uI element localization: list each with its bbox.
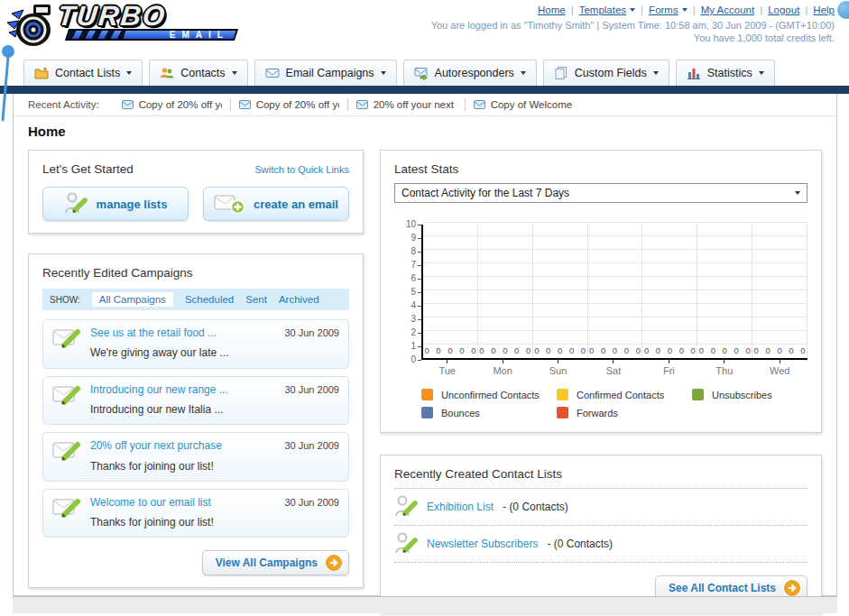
chart-x-axis: TueMonSunSatFriThuWed	[420, 360, 807, 376]
create-email-button[interactable]: create an email	[203, 187, 349, 221]
campaign-row[interactable]: Welcome to our email list Thanks for joi…	[42, 489, 349, 538]
value-labels: 0 0 0 0 0	[478, 345, 532, 355]
filter-sent[interactable]: Sent	[245, 294, 267, 305]
chart-day-group: 0 0 0 0 0	[423, 225, 478, 358]
value-labels: 0 0 0 0 0	[588, 345, 642, 355]
campaign-title-link[interactable]: Welcome to our email list	[90, 495, 214, 510]
x-tick-label: Mon	[475, 360, 530, 376]
envelope-icon	[239, 100, 251, 109]
link-separator: |	[760, 5, 762, 15]
nav-link-forms[interactable]: Forms	[649, 5, 688, 15]
gridline	[423, 249, 807, 250]
gridline	[423, 330, 807, 331]
chart-legend: Unconfirmed ContactsConfirmed ContactsUn…	[421, 389, 807, 418]
legend-item: Forwards	[557, 407, 692, 418]
recent-activity-item[interactable]: 20% off your next p	[356, 99, 457, 110]
turbo-swirl-icon	[5, 3, 56, 50]
x-tick-label: Thu	[697, 360, 752, 376]
tab-contacts[interactable]: Contacts	[149, 60, 247, 86]
value-labels: 0 0 0 0 0	[533, 345, 587, 355]
switch-quick-links-link[interactable]: Switch to Quick Links	[254, 164, 349, 175]
logo-email-bar: EMAIL	[65, 29, 238, 41]
legend-item: Bounces	[421, 407, 557, 418]
campaign-filter-bar: SHOW: All Campaigns Scheduled Sent Archi…	[42, 289, 349, 310]
tab-statistics[interactable]: Statistics	[676, 60, 775, 86]
contact-list-item[interactable]: Newsletter Subscribers - (0 Contacts)	[394, 526, 807, 563]
y-tick-label: 2	[411, 328, 421, 337]
view-all-campaigns-label: View All Campaigns	[216, 556, 318, 569]
recent-activity-item[interactable]: Copy of 20% off yo	[122, 99, 222, 110]
nav-link-help[interactable]: Help	[813, 5, 835, 15]
contact-list-count: - (0 Contacts)	[547, 538, 613, 550]
tab-email-campaigns[interactable]: Email Campaigns	[254, 60, 397, 86]
footer-strip	[13, 596, 837, 613]
gridline	[423, 276, 807, 277]
manage-lists-button[interactable]: manage lists	[42, 187, 189, 221]
campaign-row[interactable]: Introducing our new range ... Introducin…	[42, 376, 349, 426]
envelope-pencil-icon	[52, 438, 81, 462]
chart-y-axis: 012345678910	[398, 225, 421, 360]
campaign-title-link[interactable]: Introducing our new range ...	[90, 382, 228, 398]
legend-label: Confirmed Contacts	[577, 390, 664, 400]
nav-link-logout[interactable]: Logout	[768, 5, 799, 15]
legend-label: Unconfirmed Contacts	[441, 390, 540, 400]
latest-stats-panel: Latest Stats Contact Activity for the La…	[380, 150, 822, 433]
stats-period-select[interactable]: Contact Activity for the Last 7 Days	[394, 183, 807, 203]
content-frame: Recent Activity: Copy of 20% off yo Copy…	[13, 94, 837, 596]
chart-plot: 0 0 0 0 00 0 0 0 00 0 0 0 00 0 0 0 00 0 …	[421, 225, 807, 360]
x-tick-label: Tue	[420, 360, 475, 376]
tab-contact-lists[interactable]: Contact Lists	[23, 60, 143, 86]
contact-list-link[interactable]: Newsletter Subscribers	[427, 538, 538, 550]
chevron-down-icon	[630, 8, 635, 12]
campaign-row[interactable]: See us at the retail food ... We're givi…	[42, 319, 349, 369]
filter-archived[interactable]: Archived	[279, 294, 319, 305]
envelope-pencil-icon	[52, 495, 81, 519]
contact-lists-icon	[34, 66, 49, 80]
nav-link-home[interactable]: Home	[538, 5, 566, 15]
campaign-date: 30 Jun 2009	[284, 438, 339, 451]
tab-autoresponders[interactable]: Autoresponders	[403, 60, 537, 86]
recently-edited-campaigns-panel: Recently Edited Campaigns SHOW: All Camp…	[28, 253, 364, 588]
top-nav-links: Home | Templates | Forms | My Account | …	[431, 5, 835, 15]
campaign-subtitle: Thanks for joining our list!	[90, 516, 214, 529]
nav-link-my-account[interactable]: My Account	[701, 5, 754, 15]
contact-activity-chart: 012345678910 0 0 0 0 00 0 0 0 00 0 0 0 0…	[398, 225, 807, 360]
campaign-row[interactable]: 20% off your next purchase Thanks for jo…	[42, 432, 349, 482]
legend-item: Unconfirmed Contacts	[421, 389, 557, 400]
custom-fields-icon	[554, 66, 568, 80]
right-column: Latest Stats Contact Activity for the La…	[380, 150, 822, 613]
recent-activity-item[interactable]: Copy of 20% off yo	[239, 99, 339, 110]
logo-subtitle: EMAIL	[170, 31, 229, 40]
y-tick-label: 7	[411, 261, 421, 270]
contact-list-link[interactable]: Exhibition List	[427, 501, 494, 513]
orange-arrow-icon	[784, 580, 800, 596]
campaign-title-link[interactable]: 20% off your next purchase	[90, 438, 222, 454]
legend-label: Bounces	[441, 408, 480, 418]
legend-item: Unsubscribes	[692, 389, 807, 400]
filter-all-campaigns[interactable]: All Campaigns	[92, 292, 173, 307]
legend-label: Forwards	[577, 408, 618, 418]
chevron-down-icon	[759, 71, 764, 75]
campaign-subtitle: We're giving away our late ...	[90, 346, 228, 359]
nav-link-templates[interactable]: Templates	[579, 5, 635, 15]
tab-custom-fields[interactable]: Custom Fields	[543, 60, 669, 86]
stats-period-value: Contact Activity for the Last 7 Days	[401, 187, 569, 199]
contact-list-count: - (0 Contacts)	[503, 501, 568, 513]
recent-activity-item[interactable]: Copy of Welcome to	[474, 99, 574, 110]
filter-scheduled[interactable]: Scheduled	[185, 294, 234, 305]
person-pencil-icon	[394, 494, 418, 519]
left-column: Let's Get Started Switch to Quick Links …	[28, 150, 364, 588]
show-label: SHOW:	[50, 295, 80, 305]
link-separator: |	[693, 5, 696, 15]
legend-swatch	[557, 389, 568, 400]
y-tick-label: 10	[406, 220, 421, 229]
chevron-down-icon	[381, 71, 386, 75]
campaigns-title: Recently Edited Campaigns	[42, 266, 349, 280]
gridline	[423, 222, 807, 223]
view-all-campaigns-button[interactable]: View All Campaigns	[202, 550, 349, 575]
contact-list-item[interactable]: Exhibition List - (0 Contacts)	[394, 489, 807, 526]
credits-info: You have 1,000 total credits left.	[431, 32, 835, 43]
campaign-title-link[interactable]: See us at the retail food ...	[90, 326, 228, 341]
contact-lists-title: Recently Created Contact Lists	[394, 467, 807, 489]
tab-label: Contact Lists	[55, 67, 120, 79]
